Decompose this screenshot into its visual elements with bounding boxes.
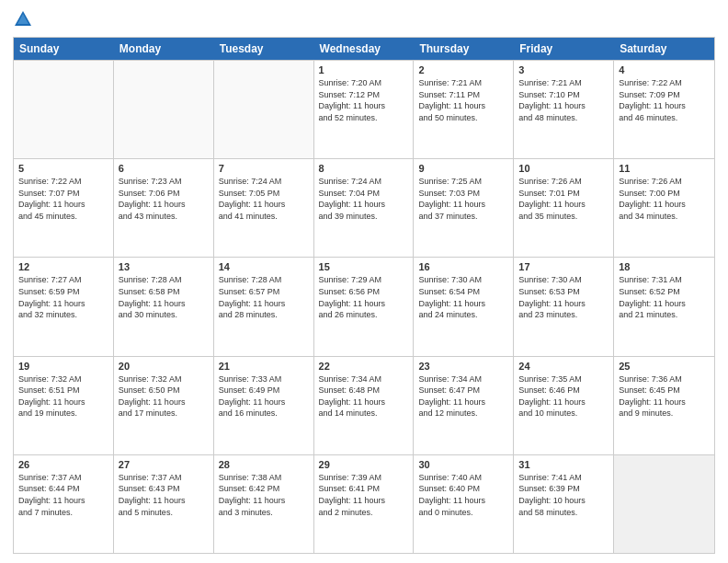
day-info: Sunrise: 7:37 AM Sunset: 6:43 PM Dayligh… [119, 472, 209, 518]
day-number: 1 [319, 64, 409, 75]
day-number: 23 [418, 361, 508, 372]
day-cell: 14Sunrise: 7:28 AM Sunset: 6:57 PM Dayli… [214, 258, 314, 355]
day-info: Sunrise: 7:35 AM Sunset: 6:46 PM Dayligh… [518, 373, 609, 419]
day-cell: 16Sunrise: 7:30 AM Sunset: 6:54 PM Dayli… [414, 258, 514, 355]
day-cell: 21Sunrise: 7:33 AM Sunset: 6:49 PM Dayli… [214, 357, 314, 454]
day-cell: 13Sunrise: 7:28 AM Sunset: 6:58 PM Dayli… [114, 258, 214, 355]
day-info: Sunrise: 7:25 AM Sunset: 7:03 PM Dayligh… [418, 176, 508, 222]
day-number: 20 [119, 361, 209, 372]
day-header: Wednesday [314, 38, 415, 60]
day-cell: 19Sunrise: 7:32 AM Sunset: 6:51 PM Dayli… [14, 357, 114, 454]
day-cell: 20Sunrise: 7:32 AM Sunset: 6:50 PM Dayli… [114, 357, 214, 454]
day-number: 6 [119, 163, 209, 174]
week-row: 12Sunrise: 7:27 AM Sunset: 6:59 PM Dayli… [14, 257, 714, 355]
day-cell [114, 61, 214, 158]
day-number: 8 [319, 163, 409, 174]
day-number: 19 [18, 361, 108, 372]
day-number: 14 [219, 261, 309, 272]
header [13, 9, 715, 29]
day-number: 15 [319, 261, 409, 272]
day-header: Saturday [614, 38, 714, 60]
day-number: 29 [319, 459, 409, 470]
logo [13, 9, 37, 29]
day-number: 22 [319, 361, 409, 372]
day-cell: 28Sunrise: 7:38 AM Sunset: 6:42 PM Dayli… [214, 455, 314, 553]
day-info: Sunrise: 7:30 AM Sunset: 6:54 PM Dayligh… [418, 274, 508, 320]
day-cell: 8Sunrise: 7:24 AM Sunset: 7:04 PM Daylig… [314, 159, 415, 257]
day-number: 21 [219, 361, 309, 372]
day-info: Sunrise: 7:24 AM Sunset: 7:05 PM Dayligh… [219, 176, 309, 222]
day-cell: 17Sunrise: 7:30 AM Sunset: 6:53 PM Dayli… [514, 258, 614, 355]
day-cell: 3Sunrise: 7:21 AM Sunset: 7:10 PM Daylig… [514, 61, 614, 158]
day-info: Sunrise: 7:34 AM Sunset: 6:47 PM Dayligh… [418, 373, 508, 419]
day-number: 13 [119, 261, 209, 272]
day-number: 31 [518, 459, 609, 470]
day-cell: 26Sunrise: 7:37 AM Sunset: 6:44 PM Dayli… [14, 455, 114, 553]
day-info: Sunrise: 7:34 AM Sunset: 6:48 PM Dayligh… [319, 373, 409, 419]
day-cell: 30Sunrise: 7:40 AM Sunset: 6:40 PM Dayli… [414, 455, 514, 553]
day-cell: 9Sunrise: 7:25 AM Sunset: 7:03 PM Daylig… [414, 159, 514, 257]
day-cell: 11Sunrise: 7:26 AM Sunset: 7:00 PM Dayli… [614, 159, 714, 257]
day-info: Sunrise: 7:26 AM Sunset: 7:01 PM Dayligh… [518, 176, 609, 222]
day-info: Sunrise: 7:26 AM Sunset: 7:00 PM Dayligh… [619, 176, 710, 222]
day-header: Friday [514, 38, 614, 60]
day-info: Sunrise: 7:38 AM Sunset: 6:42 PM Dayligh… [219, 472, 309, 518]
day-number: 4 [619, 64, 710, 75]
day-cell: 29Sunrise: 7:39 AM Sunset: 6:41 PM Dayli… [314, 455, 415, 553]
day-info: Sunrise: 7:21 AM Sunset: 7:11 PM Dayligh… [418, 77, 508, 123]
day-number: 5 [18, 163, 108, 174]
day-cell: 4Sunrise: 7:22 AM Sunset: 7:09 PM Daylig… [614, 61, 714, 158]
day-info: Sunrise: 7:41 AM Sunset: 6:39 PM Dayligh… [518, 472, 609, 518]
day-cell: 27Sunrise: 7:37 AM Sunset: 6:43 PM Dayli… [114, 455, 214, 553]
week-row: 1Sunrise: 7:20 AM Sunset: 7:12 PM Daylig… [14, 60, 714, 158]
day-cell [14, 61, 114, 158]
day-cell [614, 455, 714, 553]
day-headers: SundayMondayTuesdayWednesdayThursdayFrid… [14, 38, 714, 60]
day-number: 7 [219, 163, 309, 174]
day-number: 17 [518, 261, 609, 272]
day-info: Sunrise: 7:32 AM Sunset: 6:50 PM Dayligh… [119, 373, 209, 419]
day-cell: 2Sunrise: 7:21 AM Sunset: 7:11 PM Daylig… [414, 61, 514, 158]
day-number: 11 [619, 163, 710, 174]
day-number: 3 [518, 64, 609, 75]
day-number: 26 [18, 459, 108, 470]
day-cell: 23Sunrise: 7:34 AM Sunset: 6:47 PM Dayli… [414, 357, 514, 454]
day-cell: 12Sunrise: 7:27 AM Sunset: 6:59 PM Dayli… [14, 258, 114, 355]
day-info: Sunrise: 7:23 AM Sunset: 7:06 PM Dayligh… [119, 176, 209, 222]
day-info: Sunrise: 7:33 AM Sunset: 6:49 PM Dayligh… [219, 373, 309, 419]
day-header: Sunday [14, 38, 114, 60]
day-cell: 18Sunrise: 7:31 AM Sunset: 6:52 PM Dayli… [614, 258, 714, 355]
day-number: 28 [219, 459, 309, 470]
day-number: 2 [418, 64, 508, 75]
day-header: Thursday [414, 38, 514, 60]
day-cell: 6Sunrise: 7:23 AM Sunset: 7:06 PM Daylig… [114, 159, 214, 257]
day-cell: 1Sunrise: 7:20 AM Sunset: 7:12 PM Daylig… [314, 61, 415, 158]
week-row: 19Sunrise: 7:32 AM Sunset: 6:51 PM Dayli… [14, 356, 714, 454]
day-header: Monday [114, 38, 214, 60]
logo-icon [13, 9, 33, 29]
day-info: Sunrise: 7:22 AM Sunset: 7:07 PM Dayligh… [18, 176, 108, 222]
day-number: 12 [18, 261, 108, 272]
page-container: SundayMondayTuesdayWednesdayThursdayFrid… [0, 0, 728, 563]
day-info: Sunrise: 7:39 AM Sunset: 6:41 PM Dayligh… [319, 472, 409, 518]
week-row: 26Sunrise: 7:37 AM Sunset: 6:44 PM Dayli… [14, 454, 714, 553]
day-header: Tuesday [214, 38, 314, 60]
day-info: Sunrise: 7:24 AM Sunset: 7:04 PM Dayligh… [319, 176, 409, 222]
day-info: Sunrise: 7:28 AM Sunset: 6:58 PM Dayligh… [119, 274, 209, 320]
day-cell: 31Sunrise: 7:41 AM Sunset: 6:39 PM Dayli… [514, 455, 614, 553]
day-cell: 5Sunrise: 7:22 AM Sunset: 7:07 PM Daylig… [14, 159, 114, 257]
day-number: 24 [518, 361, 609, 372]
day-cell: 10Sunrise: 7:26 AM Sunset: 7:01 PM Dayli… [514, 159, 614, 257]
day-cell: 22Sunrise: 7:34 AM Sunset: 6:48 PM Dayli… [314, 357, 415, 454]
day-number: 30 [418, 459, 508, 470]
day-cell [214, 61, 314, 158]
week-row: 5Sunrise: 7:22 AM Sunset: 7:07 PM Daylig… [14, 158, 714, 257]
day-number: 18 [619, 261, 710, 272]
day-info: Sunrise: 7:28 AM Sunset: 6:57 PM Dayligh… [219, 274, 309, 320]
calendar: SundayMondayTuesdayWednesdayThursdayFrid… [13, 37, 715, 554]
day-info: Sunrise: 7:31 AM Sunset: 6:52 PM Dayligh… [619, 274, 710, 320]
day-number: 27 [119, 459, 209, 470]
day-info: Sunrise: 7:29 AM Sunset: 6:56 PM Dayligh… [319, 274, 409, 320]
day-cell: 15Sunrise: 7:29 AM Sunset: 6:56 PM Dayli… [314, 258, 415, 355]
day-cell: 25Sunrise: 7:36 AM Sunset: 6:45 PM Dayli… [614, 357, 714, 454]
